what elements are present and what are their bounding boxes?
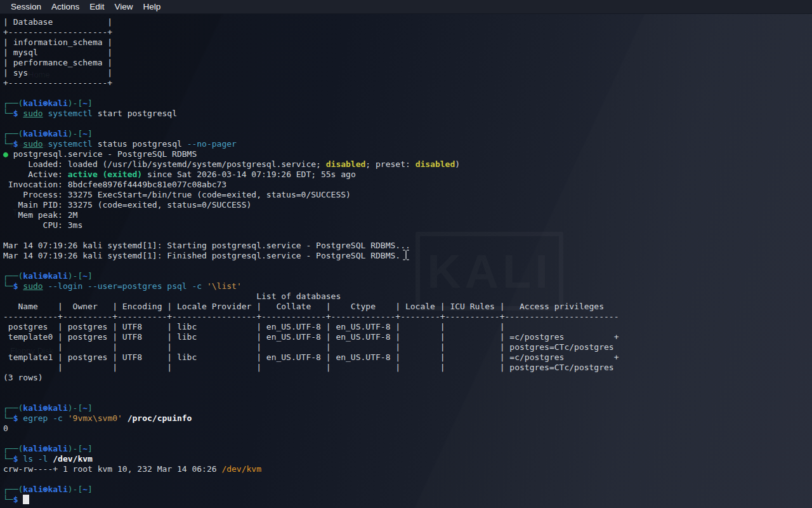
terminal-line: CPU: 3ms bbox=[3, 220, 812, 231]
menu-view[interactable]: View bbox=[110, 1, 138, 13]
terminal-text: Process: 33275 ExecStart=/bin/true (code… bbox=[3, 190, 351, 199]
terminal-text: -l bbox=[38, 454, 48, 464]
terminal-text: kali⊛kali bbox=[23, 444, 67, 453]
terminal-text: | | | | | | | | postgres=CTc/postgres bbox=[3, 342, 614, 352]
terminal-text: └─ bbox=[3, 413, 13, 423]
terminal-cursor bbox=[23, 495, 29, 504]
terminal-line: Main PID: 33275 (code=exited, status=0/S… bbox=[3, 200, 812, 210]
terminal-text: ~ bbox=[82, 485, 88, 494]
terminal-line: | performance_schema | bbox=[3, 58, 812, 68]
terminal-line: 0 bbox=[3, 424, 812, 434]
terminal-line: ┌──(kali⊛kali)-[~] bbox=[3, 98, 812, 109]
terminal-line: postgres | postgres | UTF8 | libc | en_U… bbox=[3, 322, 812, 332]
terminal-line: List of databases bbox=[3, 291, 812, 302]
terminal-text: postgresql.service - PostgreSQL RDBMS bbox=[8, 149, 197, 159]
terminal-line: Mem peak: 2M bbox=[3, 210, 812, 220]
terminal-text: └─ bbox=[3, 281, 13, 291]
terminal-text: )-[ bbox=[68, 485, 82, 494]
terminal-text: ] bbox=[88, 271, 93, 281]
terminal-text: ] bbox=[88, 444, 93, 453]
terminal-text: )-[ bbox=[68, 129, 82, 138]
terminal-text: )-[ bbox=[68, 98, 82, 108]
terminal-text: | | | | | | | | postgres=CTc/postgres bbox=[3, 363, 614, 372]
terminal-text: kali⊛kali bbox=[23, 271, 67, 281]
terminal-line: | mysql | bbox=[3, 48, 812, 58]
terminal-line: └─$ ls -l /dev/kvm bbox=[3, 454, 812, 464]
terminal-text: --no-pager bbox=[187, 139, 237, 149]
terminal-text bbox=[63, 413, 68, 423]
terminal-text: ] bbox=[88, 98, 93, 108]
menu-help[interactable]: Help bbox=[138, 1, 166, 13]
terminal-line: ┌──(kali⊛kali)-[~] bbox=[3, 271, 812, 281]
terminal-text: sudo bbox=[23, 139, 43, 149]
terminal-line: Invocation: 8bdcfee8976f4449bc81e077c08a… bbox=[3, 180, 812, 190]
terminal-text: ) bbox=[455, 159, 460, 169]
terminal-line bbox=[3, 393, 812, 403]
terminal-text: -c bbox=[192, 281, 202, 291]
terminal-text: template1 | postgres | UTF8 | libc | en_… bbox=[3, 352, 619, 362]
terminal-line: Name | Owner | Encoding | Locale Provide… bbox=[3, 302, 812, 312]
terminal-text: kali⊛kali bbox=[23, 485, 67, 494]
terminal-text: ~ bbox=[82, 129, 88, 138]
terminal-line bbox=[3, 261, 812, 271]
terminal-line bbox=[3, 474, 812, 485]
terminal-text: ┌──( bbox=[3, 485, 23, 494]
terminal-line bbox=[3, 231, 812, 241]
terminal-text: ┌──( bbox=[3, 271, 23, 281]
terminal-text: start postgresql bbox=[93, 109, 177, 118]
terminal-line bbox=[3, 434, 812, 444]
terminal-text: sudo bbox=[23, 281, 43, 291]
terminal-text: └─ bbox=[3, 454, 13, 464]
terminal-text: /dev/kvm bbox=[53, 454, 93, 464]
terminal-text: CPU: 3ms bbox=[3, 220, 82, 230]
terminal-text: ● bbox=[3, 149, 8, 159]
terminal-text: ┌──( bbox=[3, 98, 23, 108]
terminal-text: ~ bbox=[82, 403, 88, 413]
terminal-text: Active: bbox=[3, 170, 68, 179]
terminal-line bbox=[3, 119, 812, 129]
terminal-text: ~ bbox=[82, 444, 88, 453]
terminal-text: psql bbox=[167, 281, 187, 291]
terminal-text: '9vmx\svm0' bbox=[68, 413, 122, 423]
terminal-text: Loaded: loaded (/usr/lib/systemd/system/… bbox=[3, 159, 326, 169]
terminal-text: ] bbox=[88, 403, 93, 413]
terminal-line: | | | | | | | | postgres=CTc/postgres bbox=[3, 342, 812, 352]
terminal-line: ● postgresql.service - PostgreSQL RDBMS bbox=[3, 149, 812, 159]
terminal-text: -----------+----------+----------+------… bbox=[3, 312, 619, 321]
menu-edit[interactable]: Edit bbox=[84, 1, 109, 13]
terminal-text: 0 bbox=[3, 424, 8, 433]
terminal-text: sudo bbox=[23, 109, 43, 118]
terminal-text: └─ bbox=[3, 109, 13, 118]
terminal-line: Loaded: loaded (/usr/lib/systemd/system/… bbox=[3, 159, 812, 170]
terminal-line: | information_schema | bbox=[3, 37, 812, 48]
terminal-line: template0 | postgres | UTF8 | libc | en_… bbox=[3, 332, 812, 342]
terminal-text: └─ bbox=[3, 139, 13, 149]
terminal-line: Process: 33275 ExecStart=/bin/true (code… bbox=[3, 190, 812, 200]
terminal-text: ~ bbox=[82, 271, 88, 281]
terminal-text bbox=[122, 413, 128, 423]
menu-actions[interactable]: Actions bbox=[46, 1, 84, 13]
terminal-text: Invocation: 8bdcfee8976f4449bc81e077c08a… bbox=[3, 180, 226, 189]
terminal-text bbox=[18, 495, 23, 504]
menu-session[interactable]: Session bbox=[6, 1, 46, 13]
terminal-text: ; preset: bbox=[365, 159, 415, 169]
terminal-text: ] bbox=[88, 485, 93, 494]
terminal-text: └─ bbox=[3, 495, 13, 504]
terminal-text: /proc/cpuinfo bbox=[128, 413, 192, 423]
terminal-text: +--------------------+ bbox=[3, 78, 112, 88]
terminal-text: active (exited) bbox=[68, 170, 142, 179]
terminal-line: | | | | | | | | postgres=CTc/postgres bbox=[3, 363, 812, 373]
terminal-line: +--------------------+ bbox=[3, 78, 812, 88]
terminal-line: ┌──(kali⊛kali)-[~] bbox=[3, 444, 812, 454]
terminal-text: -c bbox=[53, 413, 63, 423]
terminal-line: crw-rw----+ 1 root kvm 10, 232 Mar 14 06… bbox=[3, 464, 812, 474]
terminal-text: template0 | postgres | UTF8 | libc | en_… bbox=[3, 332, 619, 342]
terminal-text: +--------------------+ bbox=[3, 27, 112, 37]
terminal-text: '\list' bbox=[207, 281, 242, 291]
terminal-line: +--------------------+ bbox=[3, 27, 812, 37]
terminal-text: disabled bbox=[326, 159, 366, 169]
terminal-text: )-[ bbox=[68, 444, 82, 453]
terminal-output[interactable]: | Database |+--------------------+| info… bbox=[0, 14, 812, 508]
terminal-text bbox=[202, 281, 207, 291]
terminal-text: ┌──( bbox=[3, 444, 23, 453]
